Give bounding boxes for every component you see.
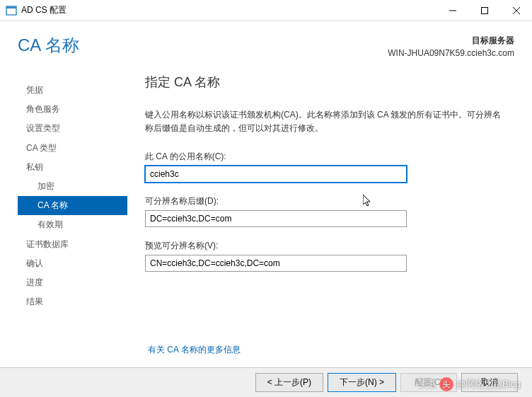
dn-suffix-label: 可分辨名称后缀(D): (145, 195, 504, 207)
close-button[interactable] (500, 0, 532, 21)
preview-dn-label: 预览可分辨名称(V): (145, 240, 504, 252)
svg-rect-1 (6, 6, 16, 8)
button-row: < 上一步(P) 下一步(N) > 配置(C) 取消 (0, 367, 532, 397)
dn-suffix-group: 可分辨名称后缀(D): (145, 195, 504, 227)
svg-rect-3 (481, 7, 487, 13)
main-panel: 指定 CA 名称 键入公用名称以标识该证书颁发机构(CA)。此名称将添加到该 C… (127, 67, 514, 335)
cancel-button[interactable]: 取消 (461, 373, 518, 392)
preview-dn-group: 预览可分辨名称(V): (145, 240, 504, 272)
configure-button[interactable]: 配置(C) (400, 373, 457, 392)
target-label: 目标服务器 (388, 34, 514, 47)
previous-button[interactable]: < 上一步(P) (255, 373, 323, 392)
sidebar-item-0[interactable]: 凭据 (18, 81, 127, 100)
sidebar-item-11[interactable]: 结果 (18, 292, 127, 311)
app-icon (6, 5, 17, 16)
sidebar-item-2[interactable]: 设置类型 (18, 119, 127, 138)
sidebar-item-6[interactable]: CA 名称 (18, 196, 127, 215)
common-name-input[interactable] (145, 166, 407, 183)
sidebar-item-3[interactable]: CA 类型 (18, 139, 127, 158)
titlebar: AD CS 配置 (0, 0, 532, 21)
sidebar-item-7[interactable]: 有效期 (18, 215, 127, 234)
sidebar-item-9[interactable]: 确认 (18, 254, 127, 273)
preview-dn-input[interactable] (145, 255, 407, 272)
target-server-name: WIN-JHUA09N7K59.ccieh3c.com (388, 47, 514, 59)
sidebar-item-4[interactable]: 私钥 (18, 158, 127, 177)
sidebar-item-5[interactable]: 加密 (18, 177, 127, 196)
common-name-group: 此 CA 的公用名称(C): (145, 151, 504, 183)
wizard-title: CA 名称 (18, 34, 79, 57)
header: CA 名称 目标服务器 WIN-JHUA09N7K59.ccieh3c.com (0, 21, 532, 67)
maximize-button[interactable] (468, 0, 500, 21)
window-title: AD CS 配置 (21, 4, 436, 16)
window-controls (436, 0, 532, 21)
next-button[interactable]: 下一步(N) > (328, 373, 396, 392)
sidebar-item-8[interactable]: 证书数据库 (18, 235, 127, 254)
more-info-link[interactable]: 有关 CA 名称的更多信息 (148, 344, 241, 356)
target-server-info: 目标服务器 WIN-JHUA09N7K59.ccieh3c.com (388, 34, 514, 59)
description-text: 键入公用名称以标识该证书颁发机构(CA)。此名称将添加到该 CA 颁发的所有证书… (145, 108, 504, 135)
section-title: 指定 CA 名称 (145, 74, 504, 91)
minimize-button[interactable] (436, 0, 468, 21)
sidebar: 凭据角色服务设置类型CA 类型私钥加密CA 名称有效期证书数据库确认进度结果 (18, 67, 127, 335)
sidebar-item-10[interactable]: 进度 (18, 273, 127, 292)
dn-suffix-input[interactable] (145, 210, 407, 227)
sidebar-item-1[interactable]: 角色服务 (18, 100, 127, 119)
content: 凭据角色服务设置类型CA 类型私钥加密CA 名称有效期证书数据库确认进度结果 指… (0, 67, 532, 335)
common-name-label: 此 CA 的公用名称(C): (145, 151, 504, 163)
